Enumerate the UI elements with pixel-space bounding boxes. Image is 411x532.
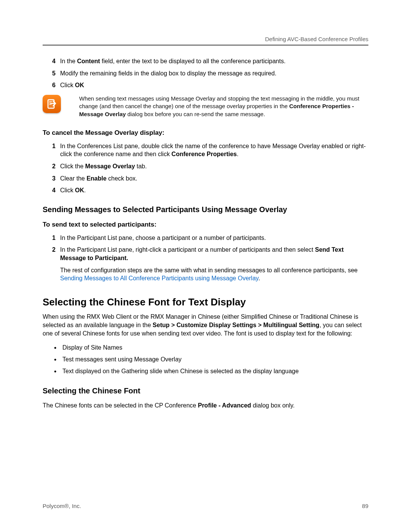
cross-reference-link[interactable]: Sending Messages to All Conference Parti… bbox=[60, 275, 258, 281]
footer-company: Polycom®, Inc. bbox=[43, 503, 81, 509]
step-number: 2 bbox=[43, 246, 60, 254]
step-text: In the Content field, enter the text to … bbox=[60, 57, 368, 66]
step-number: 1 bbox=[43, 234, 60, 242]
cancel-overlay-steps: 1 In the Conferences List pane, double c… bbox=[43, 142, 368, 195]
chinese-font-bullets: Display of Site Names Test messages sent… bbox=[43, 343, 368, 376]
bullet-item: Display of Site Names bbox=[43, 343, 368, 352]
step-number: 4 bbox=[43, 186, 60, 195]
note-icon bbox=[43, 95, 61, 113]
chinese-font-para: The Chinese fonts can be selected in the… bbox=[43, 401, 368, 410]
cancel-overlay-heading: To cancel the Message Overlay display: bbox=[43, 129, 368, 137]
step-number: 5 bbox=[43, 69, 60, 78]
bullet-item: Text displayed on the Gathering slide wh… bbox=[43, 367, 368, 375]
cancel-step-4: 4 Click OK. bbox=[43, 186, 368, 195]
step-number: 6 bbox=[43, 81, 60, 89]
step-5: 5 Modify the remaining fields in the dia… bbox=[43, 69, 368, 78]
steps-continue: 4 In the Content field, enter the text t… bbox=[43, 57, 368, 89]
step-text: The rest of configuration steps are the … bbox=[60, 266, 368, 283]
running-header: Defining AVC-Based Conference Profiles bbox=[43, 36, 368, 42]
step-text: Click OK bbox=[60, 81, 368, 89]
step-text: Click OK. bbox=[60, 186, 368, 195]
selected-participants-steps: 1 In the Participant List pane, choose a… bbox=[43, 234, 368, 283]
page-footer: Polycom®, Inc. 89 bbox=[43, 503, 368, 509]
step-number: 2 bbox=[43, 162, 60, 171]
selected-step-1: 1 In the Participant List pane, choose a… bbox=[43, 234, 368, 242]
step-6: 6 Click OK bbox=[43, 81, 368, 89]
cancel-step-3: 3 Clear the Enable check box. bbox=[43, 174, 368, 183]
step-text: Modify the remaining fields in the dialo… bbox=[60, 69, 368, 78]
footer-page-number: 89 bbox=[362, 503, 368, 509]
selected-participants-subhead: To send text to selected participants: bbox=[43, 221, 368, 228]
step-number: 4 bbox=[43, 57, 60, 66]
step-text: In the Participant List pane, right-clic… bbox=[60, 246, 368, 262]
chinese-font-h2: Selecting the Chinese Font bbox=[43, 387, 368, 395]
note-text: When sending text messages using Message… bbox=[79, 95, 368, 118]
followup-post: . bbox=[258, 275, 260, 281]
step-number: 1 bbox=[43, 142, 60, 150]
step-4: 4 In the Content field, enter the text t… bbox=[43, 57, 368, 66]
selected-followup: The rest of configuration steps are the … bbox=[43, 266, 368, 283]
bullet-item: Test messages sent using Message Overlay bbox=[43, 355, 368, 364]
followup-pre: The rest of configuration steps are the … bbox=[60, 267, 358, 273]
chinese-font-intro: When using the RMX Web Client or the RMX… bbox=[43, 313, 368, 338]
chinese-font-h1: Selecting the Chinese Font for Text Disp… bbox=[43, 296, 368, 308]
step-text: In the Participant List pane, choose a p… bbox=[60, 234, 368, 242]
cancel-step-1: 1 In the Conferences List pane, double c… bbox=[43, 142, 368, 158]
cancel-step-2: 2 Click the Message Overlay tab. bbox=[43, 162, 368, 171]
step-text: Clear the Enable check box. bbox=[60, 174, 368, 183]
step-text: In the Conferences List pane, double cli… bbox=[60, 142, 368, 158]
note-callout: When sending text messages using Message… bbox=[43, 95, 368, 118]
step-number: 3 bbox=[43, 174, 60, 183]
header-rule bbox=[43, 45, 368, 46]
step-text: Click the Message Overlay tab. bbox=[60, 162, 368, 171]
page: Defining AVC-Based Conference Profiles 4… bbox=[0, 0, 411, 532]
selected-participants-heading: Sending Messages to Selected Participant… bbox=[43, 205, 368, 214]
selected-step-2: 2 In the Participant List pane, right-cl… bbox=[43, 246, 368, 262]
